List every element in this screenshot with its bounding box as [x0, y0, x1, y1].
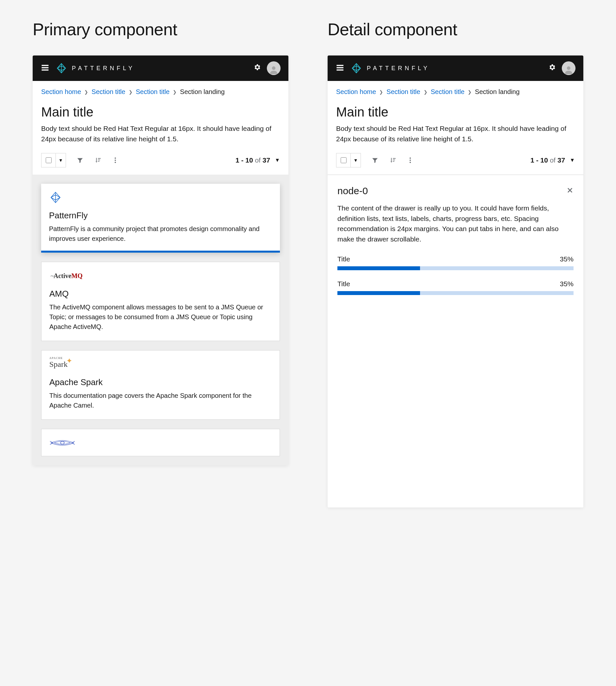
card-description: This documentation page covers the Apach…: [49, 391, 272, 410]
caret-down-icon[interactable]: ▼: [351, 158, 360, 163]
card-item[interactable]: [41, 429, 280, 456]
card-item[interactable]: ∼ActiveMQ AMQ The ActiveMQ component all…: [41, 262, 280, 341]
bulk-select-checkbox[interactable]: [341, 157, 347, 163]
toolbar: ▼ 1 - 10 of 37 ▼: [328, 153, 583, 175]
svg-point-5: [410, 160, 411, 161]
progress-fill: [337, 266, 420, 270]
progress-label: Title: [337, 280, 350, 288]
drawer-panel: node-0 The content of the drawer is real…: [328, 175, 583, 507]
chevron-right-icon: ❯: [468, 89, 471, 95]
settings-gear-icon[interactable]: [548, 63, 556, 73]
card-item-selected[interactable]: PatternFly PatternFly is a community pro…: [41, 184, 280, 253]
svg-point-6: [410, 162, 411, 163]
chevron-right-icon: ❯: [173, 89, 177, 95]
user-avatar[interactable]: [562, 61, 575, 75]
progress-value: 35%: [560, 280, 574, 288]
chevron-right-icon: ❯: [379, 89, 383, 95]
column-heading-primary: Primary component: [33, 20, 288, 39]
svg-point-1: [115, 160, 116, 161]
bulk-select[interactable]: ▼: [41, 153, 66, 167]
pagination[interactable]: 1 - 10 of 37 ▼: [236, 156, 280, 164]
progress-fill: [337, 291, 420, 295]
sort-icon[interactable]: [389, 157, 396, 164]
caret-down-icon[interactable]: ▼: [570, 157, 575, 163]
breadcrumb-link[interactable]: Section title: [91, 88, 125, 96]
bulk-select[interactable]: ▼: [336, 153, 361, 167]
bulk-select-checkbox[interactable]: [46, 157, 51, 163]
kebab-menu-icon[interactable]: [112, 157, 119, 164]
breadcrumb: Section home ❯ Section title ❯ Section t…: [41, 88, 280, 96]
pagination-range-start: 1: [236, 156, 239, 164]
svg-point-0: [115, 158, 116, 159]
brand-text: PATTERNFLY: [367, 65, 430, 72]
breadcrumb-link[interactable]: Section home: [336, 88, 376, 96]
apache-avro-logo-icon: [49, 437, 272, 449]
card-description: The ActiveMQ component allows messages t…: [49, 302, 272, 331]
caret-down-icon[interactable]: ▼: [275, 157, 280, 163]
breadcrumb-link[interactable]: Section home: [41, 88, 81, 96]
card-description: PatternFly is a community project that p…: [49, 224, 272, 244]
apache-spark-logo-icon: APACHE Spark✦: [49, 358, 272, 370]
svg-point-2: [115, 162, 116, 163]
breadcrumb-link[interactable]: Section title: [387, 88, 420, 96]
user-avatar[interactable]: [267, 61, 281, 75]
progress-bar: [337, 266, 574, 270]
chevron-right-icon: ❯: [129, 89, 133, 95]
filter-icon[interactable]: [76, 157, 84, 164]
patternfly-logo-icon: [49, 191, 272, 203]
pagination-range-end: 10: [540, 156, 548, 164]
pagination-total: 37: [263, 156, 270, 164]
brand-logo[interactable]: PATTERNFLY: [56, 62, 135, 74]
progress-value: 35%: [560, 255, 574, 263]
progress-label: Title: [337, 255, 350, 263]
detail-frame: PATTERNFLY Section home ❯ Section title …: [328, 55, 583, 507]
close-icon[interactable]: [566, 187, 574, 195]
activemq-logo-icon: ∼ActiveMQ: [49, 270, 272, 282]
page-body-text: Body text should be Red Hat Text Regular…: [41, 123, 280, 144]
kebab-menu-icon[interactable]: [406, 157, 414, 164]
card-title: PatternFly: [49, 210, 272, 221]
breadcrumb-link[interactable]: Section title: [136, 88, 170, 96]
masthead: PATTERNFLY: [33, 55, 288, 81]
pagination-range-start: 1: [530, 156, 534, 164]
breadcrumb-current: Section landing: [180, 88, 225, 96]
column-heading-detail: Detail component: [328, 20, 583, 39]
toolbar: ▼ 1 - 10 of 37 ▼: [33, 153, 288, 175]
page-title: Main title: [336, 105, 575, 119]
page-title: Main title: [41, 105, 280, 119]
breadcrumb-current: Section landing: [475, 88, 520, 96]
hamburger-menu-icon[interactable]: [335, 63, 345, 74]
pagination-range-end: 10: [245, 156, 253, 164]
breadcrumb: Section home ❯ Section title ❯ Section t…: [336, 88, 575, 96]
caret-down-icon[interactable]: ▼: [56, 158, 66, 163]
filter-icon[interactable]: [371, 157, 378, 164]
brand-text: PATTERNFLY: [72, 65, 135, 72]
svg-point-4: [410, 158, 411, 159]
drawer-body-text: The content of the drawer is really up t…: [337, 203, 574, 244]
sort-icon[interactable]: [94, 157, 101, 164]
card-list: PatternFly PatternFly is a community pro…: [33, 175, 288, 465]
card-title: AMQ: [49, 289, 272, 299]
masthead: PATTERNFLY: [328, 55, 583, 81]
chevron-right-icon: ❯: [84, 89, 88, 95]
progress-item: Title 35%: [337, 255, 574, 270]
drawer-title: node-0: [337, 185, 368, 197]
breadcrumb-link[interactable]: Section title: [431, 88, 464, 96]
brand-logo[interactable]: PATTERNFLY: [350, 62, 430, 74]
progress-bar: [337, 291, 574, 295]
pagination[interactable]: 1 - 10 of 37 ▼: [530, 156, 575, 164]
primary-frame: PATTERNFLY Section home ❯ Section title …: [33, 55, 288, 465]
page-body-text: Body text should be Red Hat Text Regular…: [336, 123, 575, 144]
progress-item: Title 35%: [337, 280, 574, 295]
pagination-total: 37: [557, 156, 565, 164]
card-item[interactable]: APACHE Spark✦ Apache Spark This document…: [41, 350, 280, 420]
card-title: Apache Spark: [49, 377, 272, 387]
chevron-right-icon: ❯: [424, 89, 427, 95]
hamburger-menu-icon[interactable]: [41, 63, 50, 74]
settings-gear-icon[interactable]: [253, 63, 261, 73]
svg-point-3: [61, 441, 64, 444]
